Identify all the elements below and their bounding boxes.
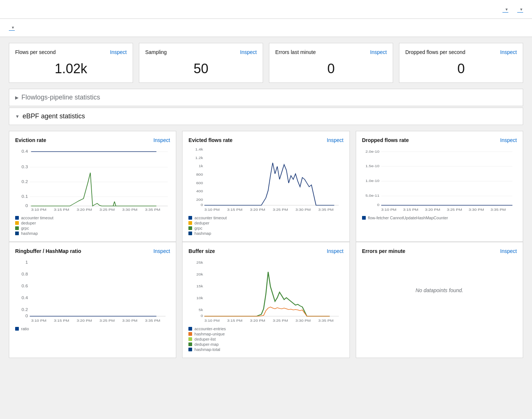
- dashboard-select[interactable]: ▼: [9, 26, 15, 31]
- chart-title-ringbuffer-hashmap-ratio: Ringbuffer / HashMap ratio: [15, 248, 81, 254]
- svg-text:3:20 PM: 3:20 PM: [76, 208, 92, 212]
- legend-item-dropped-flows-rate-0: flow-fetcher CannotUpdateHashMapCounter: [362, 216, 517, 220]
- chart-card-ringbuffer-hashmap-ratio: Ringbuffer / HashMap ratio Inspect 1 0.8…: [9, 242, 176, 358]
- legend-label-evicted-flows-rate-1: deduper: [194, 221, 209, 225]
- svg-text:3:10 PM: 3:10 PM: [204, 319, 219, 322]
- svg-text:0: 0: [201, 314, 204, 318]
- stat-cards-grid: Flows per second Inspect 1.02k Sampling …: [9, 43, 523, 83]
- dashboard-chevron-icon: ▼: [11, 26, 15, 30]
- page-header: ▼ ▼: [0, 0, 532, 19]
- chart-inspect-errors-per-minute[interactable]: Inspect: [500, 248, 517, 254]
- svg-text:1.5e-10: 1.5e-10: [365, 164, 379, 168]
- header-controls: ▼ ▼: [502, 6, 523, 13]
- flowlogs-section-title: Flowlogs-pipeline statistics: [21, 94, 100, 101]
- svg-text:3:25 PM: 3:25 PM: [447, 208, 462, 212]
- stat-card-title-0: Flows per second: [15, 49, 56, 55]
- ebpf-section-header[interactable]: ▼ eBPF agent statistics: [9, 108, 523, 125]
- chart-area-dropped-flows-rate: 2.0e-10 1.5e-10 1.0e-10 5.0e-11 0 3:10 P…: [362, 146, 517, 213]
- chart-card-dropped-flows-rate: Dropped flows rate Inspect 2.0e-10 1.5e-…: [356, 131, 523, 242]
- flowlogs-toggle-icon: ▶: [15, 95, 18, 100]
- svg-text:3:25 PM: 3:25 PM: [99, 208, 115, 212]
- svg-text:3:35 PM: 3:35 PM: [145, 319, 160, 322]
- chart-card-eviction-rate: Eviction rate Inspect 0.4 0.3 0.2 0.1 0 …: [9, 131, 176, 242]
- svg-text:25k: 25k: [197, 261, 204, 264]
- ebpf-section-title: eBPF agent statistics: [23, 112, 85, 120]
- inspect-link-3[interactable]: Inspect: [500, 49, 517, 55]
- svg-text:800: 800: [196, 173, 203, 176]
- inspect-link-0[interactable]: Inspect: [110, 49, 127, 55]
- charts-row-2: Ringbuffer / HashMap ratio Inspect 1 0.8…: [9, 242, 523, 358]
- inspect-link-1[interactable]: Inspect: [240, 49, 257, 55]
- ebpf-toggle-icon: ▼: [15, 114, 20, 119]
- legend-item-buffer-size-1: hashmap-unique: [188, 332, 343, 336]
- svg-text:5.0e-11: 5.0e-11: [365, 194, 379, 197]
- legend-item-eviction-rate-0: accounter timeout: [15, 216, 170, 220]
- legend-item-buffer-size-4: hashmap-total: [188, 347, 343, 352]
- svg-text:400: 400: [196, 189, 203, 193]
- chart-inspect-ringbuffer-hashmap-ratio[interactable]: Inspect: [153, 248, 170, 254]
- refresh-select[interactable]: ▼: [517, 7, 523, 13]
- inspect-link-2[interactable]: Inspect: [370, 49, 387, 55]
- svg-text:3:35 PM: 3:35 PM: [490, 208, 505, 212]
- legend-label-eviction-rate-2: grpc: [21, 226, 29, 230]
- legend-label-buffer-size-0: accounter-entries: [194, 327, 226, 331]
- legend-color-eviction-rate-0: [15, 216, 19, 220]
- chart-inspect-buffer-size[interactable]: Inspect: [327, 248, 344, 254]
- charts-row-1: Eviction rate Inspect 0.4 0.3 0.2 0.1 0 …: [9, 131, 523, 242]
- chart-header-evicted-flows-rate: Evicted flows rate Inspect: [188, 137, 343, 143]
- legend-color-eviction-rate-1: [15, 221, 19, 225]
- svg-text:0.3: 0.3: [21, 165, 28, 169]
- stat-card-header-1: Sampling Inspect: [145, 49, 257, 55]
- chart-legend-buffer-size: accounter-entries hashmap-unique deduper…: [188, 327, 343, 352]
- legend-item-eviction-rate-3: hashmap: [15, 231, 170, 236]
- time-range-chevron-icon: ▼: [505, 7, 508, 11]
- chart-header-dropped-flows-rate: Dropped flows rate Inspect: [362, 137, 517, 143]
- chart-inspect-evicted-flows-rate[interactable]: Inspect: [327, 137, 344, 143]
- stat-card-header-3: Dropped flows per second Inspect: [405, 49, 517, 55]
- time-range-select[interactable]: ▼: [502, 7, 508, 13]
- legend-item-ringbuffer-hashmap-ratio-0: ratio: [15, 327, 170, 331]
- svg-text:0: 0: [201, 203, 204, 207]
- chart-header-ringbuffer-hashmap-ratio: Ringbuffer / HashMap ratio Inspect: [15, 248, 170, 254]
- flowlogs-section-header[interactable]: ▶ Flowlogs-pipeline statistics: [9, 89, 523, 106]
- legend-item-buffer-size-3: deduper-map: [188, 342, 343, 347]
- legend-item-evicted-flows-rate-2: grpc: [188, 226, 343, 230]
- no-data-errors-per-minute: No datapoints found.: [362, 257, 517, 324]
- legend-label-evicted-flows-rate-3: hashmap: [194, 231, 211, 236]
- chart-inspect-dropped-flows-rate[interactable]: Inspect: [500, 137, 517, 143]
- legend-color-evicted-flows-rate-0: [188, 216, 192, 220]
- svg-text:15k: 15k: [197, 284, 204, 288]
- svg-text:3:35 PM: 3:35 PM: [318, 208, 334, 212]
- stat-card-title-3: Dropped flows per second: [405, 49, 466, 55]
- svg-text:0.2: 0.2: [21, 180, 28, 184]
- stat-card-1: Sampling Inspect 50: [139, 43, 263, 83]
- svg-text:3:10 PM: 3:10 PM: [31, 319, 46, 322]
- legend-item-evicted-flows-rate-0: accounter timeout: [188, 216, 343, 220]
- stat-value-0: 1.02k: [15, 61, 127, 77]
- svg-text:3:20 PM: 3:20 PM: [425, 208, 440, 212]
- chart-inspect-eviction-rate[interactable]: Inspect: [153, 137, 170, 143]
- stat-card-0: Flows per second Inspect 1.02k: [9, 43, 133, 83]
- svg-text:3:25 PM: 3:25 PM: [273, 208, 288, 212]
- chart-title-buffer-size: Buffer size: [188, 248, 215, 254]
- svg-text:1k: 1k: [199, 164, 204, 168]
- svg-text:20k: 20k: [197, 273, 204, 276]
- legend-label-buffer-size-4: hashmap-total: [194, 347, 220, 352]
- svg-text:0: 0: [25, 314, 28, 318]
- svg-text:0: 0: [25, 204, 28, 208]
- chart-header-eviction-rate: Eviction rate Inspect: [15, 137, 170, 143]
- stat-value-1: 50: [145, 61, 257, 77]
- chart-card-buffer-size: Buffer size Inspect 25k 20k 15k 10k 5k 0…: [182, 242, 349, 358]
- svg-text:3:20 PM: 3:20 PM: [76, 319, 92, 322]
- svg-text:1.0e-10: 1.0e-10: [365, 179, 379, 183]
- svg-text:0.6: 0.6: [21, 284, 28, 288]
- subheader: ▼: [0, 19, 532, 37]
- chart-title-errors-per-minute: Errors per minute: [362, 248, 405, 254]
- legend-color-dropped-flows-rate-0: [362, 216, 366, 220]
- svg-text:5k: 5k: [199, 308, 204, 312]
- chart-title-dropped-flows-rate: Dropped flows rate: [362, 137, 409, 143]
- legend-color-evicted-flows-rate-2: [188, 226, 192, 230]
- legend-label-buffer-size-2: deduper-list: [194, 337, 215, 341]
- chart-area-ringbuffer-hashmap-ratio: 1 0.8 0.6 0.4 0.2 0 3:10 PM 3:15 PM 3:20…: [15, 257, 170, 324]
- stat-card-title-1: Sampling: [145, 49, 167, 55]
